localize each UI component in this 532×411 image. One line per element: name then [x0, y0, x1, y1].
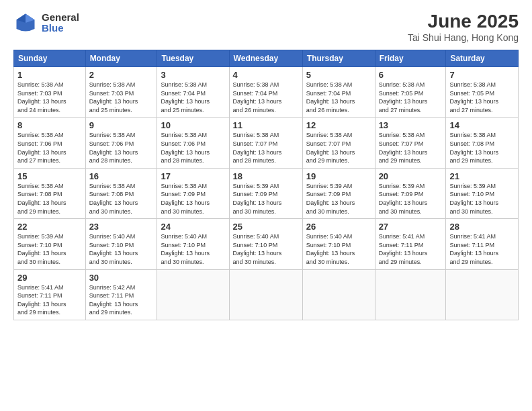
day-info: Sunrise: 5:39 AM Sunset: 7:09 PM Dayligh… [306, 182, 371, 216]
day-info: Sunrise: 5:38 AM Sunset: 7:08 PM Dayligh… [89, 182, 154, 216]
day-info: Sunrise: 5:38 AM Sunset: 7:09 PM Dayligh… [161, 182, 225, 216]
day-info: Sunrise: 5:38 AM Sunset: 7:07 PM Dayligh… [306, 131, 371, 165]
col-thursday: Thursday [302, 50, 375, 67]
day-number: 23 [89, 222, 154, 232]
logo-icon [13, 11, 38, 35]
page-header: General Blue June 2025 Tai Shui Hang, Ho… [13, 11, 519, 43]
day-info: Sunrise: 5:40 AM Sunset: 7:10 PM Dayligh… [306, 232, 371, 266]
table-row: 29Sunrise: 5:41 AM Sunset: 7:11 PM Dayli… [14, 269, 86, 320]
day-number: 12 [306, 120, 371, 130]
day-info: Sunrise: 5:38 AM Sunset: 7:06 PM Dayligh… [17, 131, 82, 165]
day-info: Sunrise: 5:38 AM Sunset: 7:04 PM Dayligh… [161, 81, 225, 114]
table-row: 28Sunrise: 5:41 AM Sunset: 7:11 PM Dayli… [446, 219, 519, 269]
day-number: 11 [233, 120, 299, 130]
table-row: 26Sunrise: 5:40 AM Sunset: 7:10 PM Dayli… [302, 219, 375, 269]
table-row [375, 269, 446, 320]
table-row: 20Sunrise: 5:39 AM Sunset: 7:09 PM Dayli… [375, 168, 446, 218]
calendar-table: Sunday Monday Tuesday Wednesday Thursday… [13, 50, 519, 320]
day-number: 7 [449, 70, 515, 80]
day-number: 22 [17, 222, 82, 232]
day-number: 30 [89, 273, 154, 283]
location-title: Tai Shui Hang, Hong Kong [408, 32, 519, 43]
day-info: Sunrise: 5:38 AM Sunset: 7:04 PM Dayligh… [233, 81, 299, 114]
day-number: 28 [449, 222, 515, 232]
table-row: 21Sunrise: 5:39 AM Sunset: 7:10 PM Dayli… [446, 168, 519, 218]
logo-blue-text: Blue [42, 23, 79, 34]
calendar-page: General Blue June 2025 Tai Shui Hang, Ho… [0, 0, 532, 411]
day-info: Sunrise: 5:41 AM Sunset: 7:11 PM Dayligh… [379, 232, 443, 266]
table-row: 30Sunrise: 5:42 AM Sunset: 7:11 PM Dayli… [85, 269, 157, 320]
table-row: 7Sunrise: 5:38 AM Sunset: 7:05 PM Daylig… [446, 67, 519, 118]
day-number: 9 [89, 120, 154, 130]
day-info: Sunrise: 5:40 AM Sunset: 7:10 PM Dayligh… [233, 232, 299, 266]
day-info: Sunrise: 5:38 AM Sunset: 7:06 PM Dayligh… [89, 131, 154, 165]
col-tuesday: Tuesday [157, 50, 229, 67]
table-row: 22Sunrise: 5:39 AM Sunset: 7:10 PM Dayli… [14, 219, 86, 269]
table-row: 17Sunrise: 5:38 AM Sunset: 7:09 PM Dayli… [157, 168, 229, 218]
day-info: Sunrise: 5:39 AM Sunset: 7:09 PM Dayligh… [233, 182, 299, 216]
day-info: Sunrise: 5:42 AM Sunset: 7:11 PM Dayligh… [89, 283, 154, 317]
col-saturday: Saturday [446, 50, 519, 67]
table-row: 1Sunrise: 5:38 AM Sunset: 7:03 PM Daylig… [14, 67, 86, 118]
table-row [446, 269, 519, 320]
table-row: 25Sunrise: 5:40 AM Sunset: 7:10 PM Dayli… [229, 219, 302, 269]
day-number: 21 [449, 171, 515, 181]
day-number: 19 [306, 171, 371, 181]
day-number: 8 [17, 120, 82, 130]
table-row: 2Sunrise: 5:38 AM Sunset: 7:03 PM Daylig… [85, 67, 157, 118]
day-info: Sunrise: 5:39 AM Sunset: 7:10 PM Dayligh… [17, 232, 82, 266]
day-number: 29 [17, 273, 82, 283]
calendar-week-row: 8Sunrise: 5:38 AM Sunset: 7:06 PM Daylig… [14, 118, 519, 168]
day-info: Sunrise: 5:38 AM Sunset: 7:03 PM Dayligh… [17, 81, 82, 114]
day-info: Sunrise: 5:40 AM Sunset: 7:10 PM Dayligh… [89, 232, 154, 266]
day-info: Sunrise: 5:39 AM Sunset: 7:09 PM Dayligh… [379, 182, 443, 216]
table-row: 16Sunrise: 5:38 AM Sunset: 7:08 PM Dayli… [85, 168, 157, 218]
day-info: Sunrise: 5:38 AM Sunset: 7:07 PM Dayligh… [379, 131, 443, 165]
day-number: 10 [161, 120, 225, 130]
table-row: 12Sunrise: 5:38 AM Sunset: 7:07 PM Dayli… [302, 118, 375, 168]
day-info: Sunrise: 5:38 AM Sunset: 7:06 PM Dayligh… [161, 131, 225, 165]
calendar-week-row: 29Sunrise: 5:41 AM Sunset: 7:11 PM Dayli… [14, 269, 519, 320]
day-number: 1 [17, 70, 82, 80]
day-info: Sunrise: 5:41 AM Sunset: 7:11 PM Dayligh… [17, 283, 82, 317]
logo: General Blue [13, 11, 79, 35]
col-friday: Friday [375, 50, 446, 67]
table-row: 10Sunrise: 5:38 AM Sunset: 7:06 PM Dayli… [157, 118, 229, 168]
calendar-week-row: 15Sunrise: 5:38 AM Sunset: 7:08 PM Dayli… [14, 168, 519, 218]
day-number: 20 [379, 171, 443, 181]
table-row: 27Sunrise: 5:41 AM Sunset: 7:11 PM Dayli… [375, 219, 446, 269]
month-title: June 2025 [408, 11, 519, 32]
col-wednesday: Wednesday [229, 50, 302, 67]
table-row: 19Sunrise: 5:39 AM Sunset: 7:09 PM Dayli… [302, 168, 375, 218]
table-row: 18Sunrise: 5:39 AM Sunset: 7:09 PM Dayli… [229, 168, 302, 218]
table-row [229, 269, 302, 320]
day-info: Sunrise: 5:38 AM Sunset: 7:08 PM Dayligh… [17, 182, 82, 216]
day-number: 27 [379, 222, 443, 232]
calendar-week-row: 1Sunrise: 5:38 AM Sunset: 7:03 PM Daylig… [14, 67, 519, 118]
day-info: Sunrise: 5:38 AM Sunset: 7:04 PM Dayligh… [306, 81, 371, 114]
table-row: 23Sunrise: 5:40 AM Sunset: 7:10 PM Dayli… [85, 219, 157, 269]
day-info: Sunrise: 5:40 AM Sunset: 7:10 PM Dayligh… [161, 232, 225, 266]
day-info: Sunrise: 5:38 AM Sunset: 7:03 PM Dayligh… [89, 81, 154, 114]
table-row: 13Sunrise: 5:38 AM Sunset: 7:07 PM Dayli… [375, 118, 446, 168]
table-row: 11Sunrise: 5:38 AM Sunset: 7:07 PM Dayli… [229, 118, 302, 168]
col-sunday: Sunday [14, 50, 86, 67]
day-info: Sunrise: 5:38 AM Sunset: 7:05 PM Dayligh… [449, 81, 515, 114]
table-row: 15Sunrise: 5:38 AM Sunset: 7:08 PM Dayli… [14, 168, 86, 218]
table-row [157, 269, 229, 320]
table-row: 14Sunrise: 5:38 AM Sunset: 7:08 PM Dayli… [446, 118, 519, 168]
table-row: 8Sunrise: 5:38 AM Sunset: 7:06 PM Daylig… [14, 118, 86, 168]
day-number: 6 [379, 70, 443, 80]
day-number: 16 [89, 171, 154, 181]
table-row: 4Sunrise: 5:38 AM Sunset: 7:04 PM Daylig… [229, 67, 302, 118]
day-number: 17 [161, 171, 225, 181]
day-number: 14 [449, 120, 515, 130]
day-number: 18 [233, 171, 299, 181]
table-row: 5Sunrise: 5:38 AM Sunset: 7:04 PM Daylig… [302, 67, 375, 118]
table-row: 24Sunrise: 5:40 AM Sunset: 7:10 PM Dayli… [157, 219, 229, 269]
logo-general-text: General [42, 12, 79, 24]
day-number: 25 [233, 222, 299, 232]
day-info: Sunrise: 5:38 AM Sunset: 7:08 PM Dayligh… [449, 131, 515, 165]
day-number: 26 [306, 222, 371, 232]
day-number: 15 [17, 171, 82, 181]
